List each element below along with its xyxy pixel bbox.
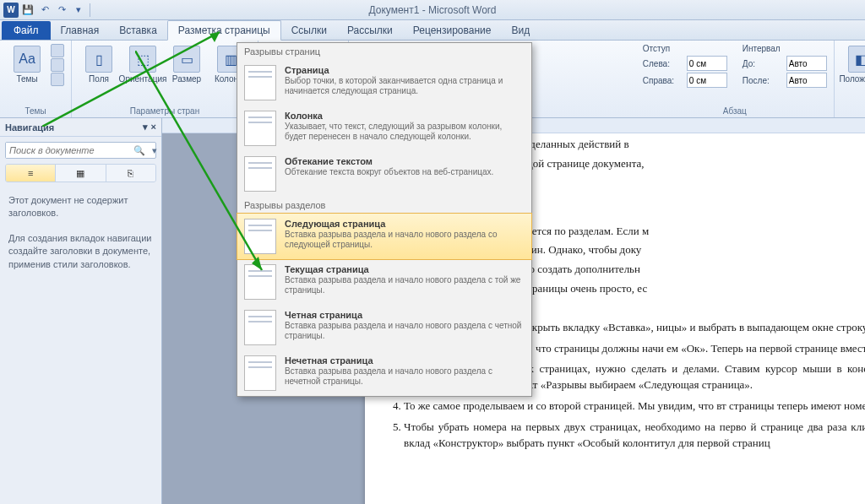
orientation-button[interactable]: ⬚Ориентация (122, 44, 163, 85)
nav-help-message: Для создания вкладок навигации создайте … (8, 232, 153, 271)
spacing-before-input[interactable] (786, 56, 827, 71)
continuous-section-icon (244, 264, 276, 300)
title-bar: W 💾 ↶ ↷ ▾ Документ1 - Microsoft Word (0, 0, 865, 20)
nav-tab-headings[interactable]: ≡ (6, 165, 56, 182)
search-input[interactable] (6, 143, 130, 158)
spacing-after-input[interactable] (786, 73, 827, 88)
indent-header: Отступ (643, 44, 727, 53)
dropdown-section-header: Разрывы разделов (237, 197, 531, 214)
tab-insert[interactable]: Вставка (109, 21, 167, 40)
theme-fonts-icon[interactable] (51, 58, 64, 72)
doc-list-item[interactable]: Чтобы убрать номера на первых двух стран… (404, 420, 865, 452)
even-page-section-icon (244, 310, 276, 345)
indent-right-input[interactable] (687, 73, 727, 88)
search-dropdown-icon[interactable]: ▾ (149, 145, 160, 156)
qat-customize-icon[interactable]: ▾ (71, 3, 86, 18)
quick-access-toolbar: W 💾 ↶ ↷ ▾ (3, 3, 92, 18)
undo-icon[interactable]: ↶ (37, 3, 52, 18)
theme-colors-icon[interactable] (51, 44, 64, 57)
word-app-icon[interactable]: W (3, 3, 19, 18)
themes-button[interactable]: Aa Темы (7, 44, 47, 85)
chevron-down-icon[interactable]: ▾ (143, 122, 148, 133)
tab-mailings[interactable]: Рассылки (337, 21, 403, 40)
margins-button[interactable]: ▯Поля (79, 44, 119, 85)
theme-effects-icon[interactable] (51, 73, 64, 86)
separator (90, 3, 90, 17)
break-option-next-page[interactable]: Следующая страницаВставка разрыва раздел… (237, 214, 531, 259)
margins-icon: ▯ (85, 46, 112, 73)
headings-icon: ≡ (28, 168, 33, 178)
position-icon: ◧ (848, 46, 865, 73)
spacing-header: Интервал (743, 44, 827, 53)
results-anchor-icon: ⎘ (128, 168, 133, 178)
group-paragraph: Отступ Слева: Справа: Интервал До: После… (636, 41, 835, 117)
nav-tab-results[interactable]: ⎘ (106, 165, 155, 182)
spacing-before-label: До: (743, 59, 783, 68)
break-option-continuous[interactable]: Текущая страницаВставка разрыва раздела … (237, 259, 531, 305)
tab-references[interactable]: Ссылки (281, 21, 337, 40)
nav-empty-message: Этот документ не содержит заголовков. (8, 194, 153, 220)
break-option-page[interactable]: СтраницаВыбор точки, в которой заканчива… (237, 60, 531, 106)
group-arrange: ◧Положение ◫Обтекание текстом (835, 41, 865, 117)
themes-icon: Aa (14, 46, 41, 73)
tab-view[interactable]: Вид (501, 21, 540, 40)
break-option-column[interactable]: КолонкаУказывает, что текст, следующий з… (237, 106, 531, 151)
breaks-dropdown: Разрывы страниц СтраницаВыбор точки, в к… (237, 42, 532, 397)
odd-page-section-icon (244, 355, 276, 391)
pages-icon: ▦ (76, 168, 84, 179)
group-label: Параметры стран (79, 105, 251, 116)
break-option-text-wrapping[interactable]: Обтекание текстомОбтекание текста вокруг… (237, 151, 531, 197)
window-title: Документ1 - Microsoft Word (368, 4, 496, 16)
tab-home[interactable]: Главная (51, 21, 110, 40)
group-themes: Aa Темы Темы (0, 41, 72, 117)
nav-view-tabs: ≡ ▦ ⎘ (5, 164, 156, 182)
ribbon-tabs: Файл Главная Вставка Разметка страницы С… (0, 20, 865, 41)
indent-left-label: Слева: (643, 59, 683, 68)
page-break-icon (244, 65, 276, 100)
indent-left-input[interactable] (687, 56, 727, 71)
column-break-icon (244, 111, 276, 146)
search-icon[interactable]: 🔍 (130, 145, 149, 156)
indent-right-label: Справа: (643, 76, 683, 85)
save-icon[interactable]: 💾 (20, 3, 35, 18)
doc-list-item[interactable]: То же самое проделываем и со второй стра… (404, 398, 865, 415)
nav-search-box[interactable]: 🔍 ▾ (5, 142, 156, 159)
break-option-odd-page[interactable]: Нечетная страницаВставка разрыва раздела… (237, 350, 531, 396)
file-tab[interactable]: Файл (2, 21, 51, 40)
tab-review[interactable]: Рецензирование (403, 21, 502, 40)
position-button[interactable]: ◧Положение (841, 44, 865, 85)
text-wrap-break-icon (244, 156, 276, 192)
nav-pane-header: Навигация ▾ × (0, 118, 161, 137)
navigation-pane: Навигация ▾ × 🔍 ▾ ≡ ▦ ⎘ Этот документ не… (0, 118, 162, 504)
group-label: Темы (7, 105, 64, 116)
group-label (841, 114, 865, 116)
size-icon: ▭ (173, 46, 200, 73)
group-page-setup: ▯Поля ⬚Ориентация ▭Размер ▥Колонки Парам… (72, 41, 258, 117)
break-option-even-page[interactable]: Четная страницаВставка разрыва раздела и… (237, 305, 531, 350)
spacing-after-label: После: (743, 76, 783, 85)
size-button[interactable]: ▭Размер (166, 44, 207, 85)
dropdown-section-header: Разрывы страниц (237, 43, 531, 60)
orientation-icon: ⬚ (129, 46, 156, 73)
group-label: Абзац (643, 105, 827, 116)
redo-icon[interactable]: ↷ (54, 3, 69, 18)
close-icon[interactable]: × (151, 122, 156, 133)
nav-tab-pages[interactable]: ▦ (56, 165, 106, 182)
tab-page-layout[interactable]: Разметка страницы (167, 20, 281, 41)
next-page-section-icon (244, 219, 276, 254)
